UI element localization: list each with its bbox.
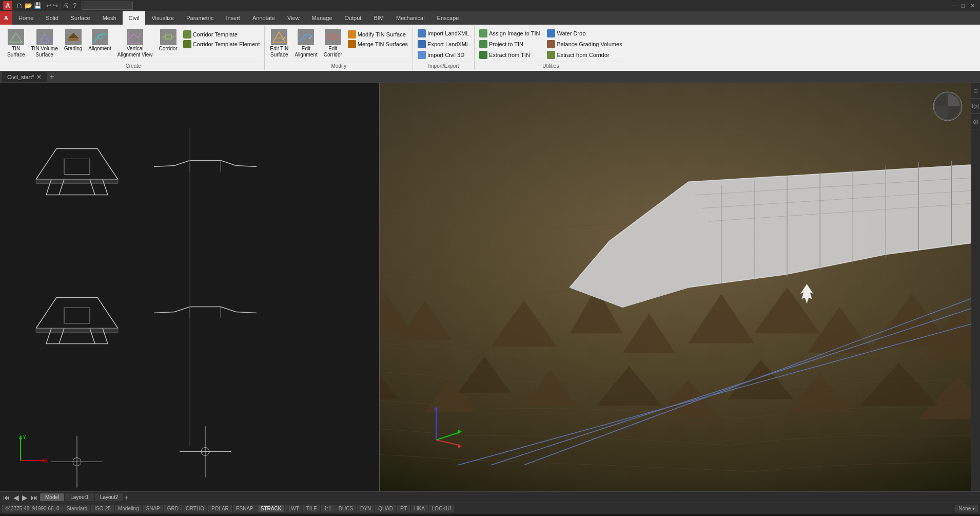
ortho-toggle[interactable]: ORTHO (183, 505, 207, 512)
tile-toggle[interactable]: TILE (303, 505, 320, 512)
model-tab-model[interactable]: Model (40, 493, 64, 501)
vertical-alignment-button[interactable]: VerticalAlignment View (115, 28, 155, 59)
grd-toggle[interactable]: GRD (164, 505, 182, 512)
tab-parametric[interactable]: Parametric (180, 11, 220, 25)
export-landxml-icon (418, 40, 426, 48)
sidebar-plus-btn[interactable]: ⊕ (971, 114, 980, 129)
tab-app[interactable]: A (0, 11, 12, 25)
sidebar-menu-btn[interactable]: ≡ (971, 83, 980, 99)
tab-manage[interactable]: Manage (306, 11, 339, 25)
svg-marker-13 (273, 32, 285, 42)
model-tab-add[interactable]: + (124, 493, 128, 502)
tab-solid[interactable]: Solid (40, 11, 64, 25)
import-landxml-icon (418, 29, 426, 37)
tab-surface[interactable]: Surface (65, 11, 96, 25)
edit-corridor-button[interactable]: EditCorridor (322, 28, 344, 59)
export-landxml-label: Export LandXML (427, 41, 469, 47)
water-drop-button[interactable]: Water Drop (545, 29, 623, 38)
corridor-template-element-button[interactable]: Corridor Template Element (182, 40, 262, 49)
utilities-col1: Assign Image to TIN Project to TIN Extra… (478, 27, 541, 60)
minimize-btn[interactable]: − (950, 3, 957, 9)
alignment-icon (92, 29, 108, 45)
balance-grading-button[interactable]: Balance Grading Volumes (545, 40, 623, 49)
import-civil3d-label: Import Civil 3D (427, 52, 464, 58)
corridor-template-element-label: Corridor Template Element (193, 41, 260, 47)
tab-mechanical[interactable]: Mechanical (390, 11, 431, 25)
import-landxml-label: Import LandXML (427, 30, 469, 36)
lockui-toggle[interactable]: LOCKUI (429, 505, 454, 512)
corridor-label: Corridor (159, 46, 178, 52)
doc-tab-close[interactable]: ✕ (36, 73, 42, 81)
import-landxml-button[interactable]: Import LandXML (416, 29, 471, 38)
search-input[interactable]: 0 (82, 2, 133, 10)
tab-home[interactable]: Home (12, 11, 40, 25)
export-landxml-button[interactable]: Export LandXML (416, 40, 471, 49)
tab-mesh[interactable]: Mesh (96, 11, 123, 25)
extract-from-tin-button[interactable]: Extract from TIN (478, 50, 541, 60)
corridor-template-button[interactable]: Corridor Template (182, 30, 262, 39)
doc-tab-add[interactable]: + (48, 72, 56, 82)
none-dropdown[interactable]: None ▾ (955, 505, 978, 512)
edit-alignment-label: EditAlignment (295, 46, 317, 58)
corridor-button[interactable]: Corridor (157, 28, 180, 53)
ducs-toggle[interactable]: DUCS (336, 505, 356, 512)
nav-prev[interactable]: ◀ (12, 493, 20, 502)
tab-annotate[interactable]: Annotate (246, 11, 281, 25)
section-tr (154, 161, 257, 172)
rt-toggle[interactable]: RT (397, 505, 410, 512)
close-btn[interactable]: ✕ (968, 3, 977, 9)
alignment-button[interactable]: Alignment (86, 28, 113, 53)
create-group-label: Create (5, 62, 261, 69)
utilities-col2: Water Drop Balance Grading Volumes Extra… (545, 27, 623, 60)
extract-from-corridor-button[interactable]: Extract from Corridor (545, 50, 623, 60)
viewport-right[interactable] (380, 83, 971, 491)
project-tin-button[interactable]: Project to TIN (478, 40, 541, 49)
strack-toggle[interactable]: STRACK (258, 505, 285, 512)
save-icon[interactable]: 💾 (34, 2, 42, 9)
title-right: − □ ✕ (950, 3, 977, 9)
open-icon[interactable]: 📂 (25, 2, 32, 9)
model-tab-layout2[interactable]: Layout2 (95, 493, 124, 501)
print-icon[interactable]: 🖨 (63, 2, 69, 9)
scale-toggle[interactable]: 1:1 (321, 505, 335, 512)
lwt-toggle[interactable]: LWT (285, 505, 302, 512)
merge-tin-button[interactable]: Merge TIN Surfaces (346, 40, 409, 49)
polar-toggle[interactable]: POLAR (208, 505, 232, 512)
help-icon[interactable]: ? (73, 2, 77, 9)
nav-next[interactable]: ▶ (21, 493, 29, 502)
redo-icon[interactable]: ↪ (53, 2, 58, 9)
tab-view[interactable]: View (281, 11, 306, 25)
viewport-left[interactable]: Y X (0, 83, 380, 491)
import-civil3d-button[interactable]: Import Civil 3D (416, 50, 471, 60)
maximize-btn[interactable]: □ (959, 3, 967, 9)
new-icon[interactable]: 🗋 (16, 2, 23, 10)
sidebar-fx-btn[interactable]: f(x) (971, 99, 980, 114)
ribbon-content: TINSurface TIN VolumeSurface Grading Ali… (0, 25, 980, 71)
grading-button[interactable]: Grading (62, 28, 85, 53)
quad-toggle[interactable]: QUAD (375, 505, 396, 512)
tin-surface-button[interactable]: TINSurface (5, 28, 27, 59)
tab-civil[interactable]: Civil (123, 11, 146, 25)
doc-tab-civil-start[interactable]: Civil_start* ✕ (2, 72, 47, 82)
nav-next-next[interactable]: ⏭ (30, 493, 39, 502)
hka-toggle[interactable]: HKA (411, 505, 428, 512)
import-export-group-label: Import/Export (416, 62, 471, 69)
tab-output[interactable]: Output (338, 11, 367, 25)
status-bar: 443775.48, 91990.66, 0 Standard ISO-25 M… (0, 503, 980, 514)
tab-bim[interactable]: BIM (367, 11, 390, 25)
tin-volume-button[interactable]: TIN VolumeSurface (29, 28, 60, 59)
assign-image-tin-button[interactable]: Assign Image to TIN (478, 29, 541, 38)
model-tab-layout1[interactable]: Layout1 (65, 493, 94, 501)
esnap-toggle[interactable]: ESNAP (233, 505, 257, 512)
utilities-group-label: Utilities (478, 62, 624, 69)
undo-icon[interactable]: ↩ (46, 2, 51, 9)
edit-alignment-button[interactable]: EditAlignment (292, 28, 319, 59)
snap-toggle[interactable]: SNAP (143, 505, 163, 512)
nav-prev-prev[interactable]: ⏮ (2, 493, 11, 502)
tab-visualize[interactable]: Visualize (145, 11, 180, 25)
dyn-toggle[interactable]: DYN (357, 505, 374, 512)
edit-tin-surface-button[interactable]: Edit TINSurface (268, 28, 290, 59)
tab-insert[interactable]: Insert (220, 11, 246, 25)
modify-tin-button[interactable]: Modify TIN Surface (346, 30, 409, 39)
tab-enscape[interactable]: Enscape (431, 11, 465, 25)
